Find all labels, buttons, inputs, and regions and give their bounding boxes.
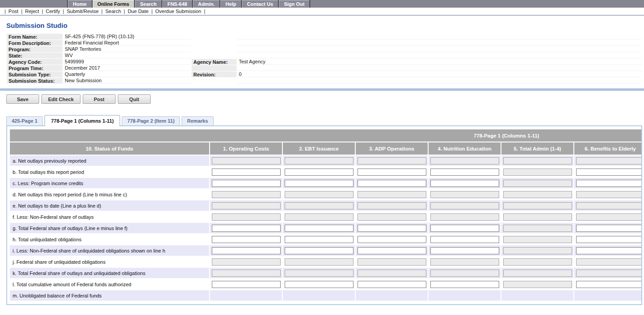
amount-input[interactable] — [285, 247, 353, 254]
amount-cell — [574, 290, 642, 301]
amount-input[interactable] — [576, 169, 643, 176]
form-info-row: Form Name:SF-425 (FNS-778) (PR) (10-13) — [7, 34, 642, 40]
amount-input[interactable] — [285, 225, 353, 232]
amount-input[interactable] — [212, 236, 281, 243]
grid-caption: 778-Page 1 (Columns 1-11) — [474, 133, 539, 138]
amount-input[interactable] — [576, 180, 643, 187]
amount-cell — [574, 279, 642, 289]
post-button[interactable]: Post — [83, 94, 116, 104]
amount-input[interactable] — [576, 281, 643, 288]
amount-input[interactable] — [358, 180, 426, 187]
quit-button[interactable]: Quit — [118, 94, 151, 104]
action-link-submit-revise[interactable]: Submit/Revise — [67, 9, 98, 14]
amount-input[interactable] — [212, 225, 281, 232]
action-link-certify[interactable]: Certify — [46, 9, 60, 14]
amount-input — [212, 202, 281, 209]
form-info-label-2: Agency Name: — [192, 59, 237, 65]
status-of-funds-table: 778-Page 1 (Columns 1-11)10. Status of F… — [9, 129, 642, 302]
table-row: f. Less: Non-Federal share of outlays — [10, 212, 642, 222]
tab-778-page-1-columns-1-11[interactable]: 778-Page 1 (Columns 1-11) — [45, 115, 120, 126]
amount-input[interactable] — [576, 236, 643, 243]
amount-input — [503, 247, 572, 254]
amount-input[interactable] — [212, 169, 281, 176]
amount-cell — [574, 245, 642, 256]
amount-cell — [429, 234, 501, 244]
edit-check-button[interactable]: Edit Check — [41, 94, 80, 104]
amount-cell — [356, 212, 428, 222]
amount-input[interactable] — [358, 225, 426, 232]
amount-cell — [356, 279, 428, 289]
amount-input[interactable] — [212, 281, 281, 288]
nav-tab-home[interactable]: Home — [67, 0, 92, 8]
table-row: i. Less: Non-Federal share of unliquidat… — [10, 245, 642, 256]
amount-input[interactable] — [358, 247, 426, 254]
amount-input[interactable] — [430, 247, 499, 254]
amount-input — [503, 213, 572, 221]
nav-tab-online-forms[interactable]: Online Forms — [92, 0, 134, 8]
row-label: d. Net outlays this report period (Line … — [10, 189, 209, 200]
link-separator: | — [42, 9, 43, 14]
amount-input[interactable] — [430, 225, 499, 232]
amount-cell — [283, 279, 355, 289]
amount-input — [430, 258, 499, 266]
form-info-row: Form Description:Federal Financial Repor… — [7, 40, 642, 46]
tab-778-page-2-item-11[interactable]: 778-Page 2 (Item 11) — [122, 116, 180, 125]
amount-input[interactable] — [212, 247, 281, 254]
amount-input — [503, 180, 572, 187]
section-divider-bar — [0, 88, 644, 91]
amount-input[interactable] — [576, 247, 643, 254]
amount-cell — [356, 155, 428, 166]
amount-input[interactable] — [430, 180, 499, 187]
tab-remarks[interactable]: Remarks — [182, 116, 213, 125]
row-label: i. Less: Non-Federal share of unliquidat… — [10, 245, 209, 256]
nav-tab-fns-648[interactable]: FNS-648 — [161, 0, 192, 8]
amount-input[interactable] — [285, 180, 353, 187]
amount-cell — [210, 223, 282, 233]
nav-tab-admin[interactable]: Admin. — [192, 0, 219, 8]
amount-input[interactable] — [358, 169, 426, 176]
amount-cell — [283, 234, 355, 244]
amount-cell — [210, 178, 282, 188]
save-button[interactable]: Save — [6, 94, 39, 104]
amount-input[interactable] — [358, 281, 426, 288]
amount-input[interactable] — [430, 236, 499, 243]
amount-cell — [574, 167, 642, 177]
grid-caption-row: 778-Page 1 (Columns 1-11) — [10, 129, 642, 142]
nav-tab-search[interactable]: Search — [134, 0, 161, 8]
action-link-overdue-submission[interactable]: Overdue Submission — [155, 9, 201, 14]
amount-cell — [210, 268, 282, 278]
action-link-search[interactable]: Search — [105, 9, 121, 14]
amount-cell — [210, 167, 282, 177]
nav-tab-sign-out[interactable]: Sign Out — [278, 0, 310, 8]
amount-input[interactable] — [285, 281, 353, 288]
form-info-value-2: 0 — [237, 71, 642, 77]
amount-cell — [429, 279, 501, 289]
form-info-label: Form Name: — [7, 34, 63, 40]
form-info-label: State: — [7, 53, 63, 58]
amount-input[interactable] — [576, 225, 643, 232]
amount-cell — [210, 279, 282, 289]
amount-input[interactable] — [285, 236, 353, 243]
tab-content-panel: 778-Page 1 (Columns 1-11)10. Status of F… — [6, 125, 642, 305]
amount-cell — [574, 223, 642, 233]
amount-input[interactable] — [285, 169, 353, 176]
action-link-post[interactable]: Post — [9, 9, 18, 14]
amount-input[interactable] — [430, 169, 499, 176]
amount-cell — [210, 290, 282, 301]
tab-425-page-1[interactable]: 425-Page 1 — [6, 116, 43, 125]
amount-input — [503, 157, 572, 164]
form-info-value-2: Test Agency — [237, 59, 642, 65]
amount-input[interactable] — [212, 180, 281, 187]
action-link-reject[interactable]: Reject — [25, 9, 39, 14]
amount-input[interactable] — [430, 281, 499, 288]
amount-input[interactable] — [358, 236, 426, 243]
form-info-label: Form Description: — [7, 40, 63, 46]
form-info-value: Quarterly — [63, 71, 191, 77]
nav-tab-contact-us[interactable]: Contact Us — [241, 0, 278, 8]
amount-cell — [356, 167, 428, 177]
action-link-due-date[interactable]: Due Date — [128, 9, 148, 14]
form-info-value: SF-425 (FNS-778) (PR) (10-13) — [63, 34, 191, 40]
amount-input — [430, 191, 499, 198]
nav-tab-help[interactable]: Help — [219, 0, 241, 8]
link-separator: | — [4, 9, 6, 14]
